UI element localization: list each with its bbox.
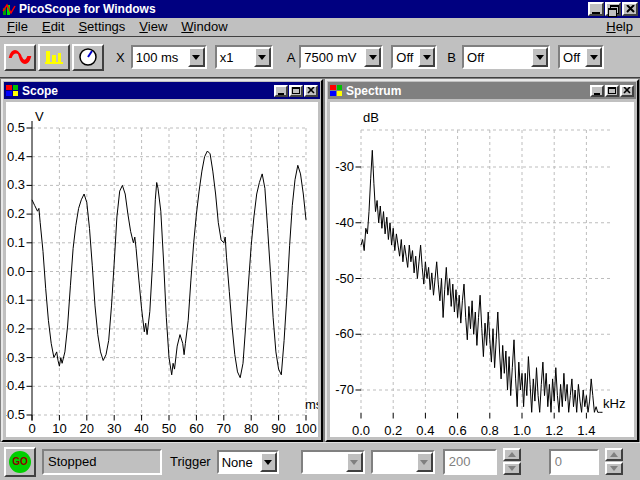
minimize-button[interactable] [588,2,604,16]
spectrum-axes [356,167,587,419]
dropdown-arrow-icon [416,452,433,472]
svg-text:0.0: 0.0 [7,264,25,279]
scope-axes [27,121,307,421]
arrow-down-icon [508,466,516,475]
status-field: Stopped [42,449,162,475]
dropdown-arrow-icon[interactable] [260,452,277,472]
spectrum-view-button[interactable] [38,44,70,71]
sine-wave-icon [8,49,32,65]
minimize-icon [278,93,284,95]
trigger-channel-value [303,452,346,472]
scope-plot-area: 0.50.40.30.20.10.0-0.1-0.2-0.3-0.4-0.501… [6,102,318,437]
dropdown-arrow-icon[interactable] [188,47,205,67]
close-button[interactable] [620,85,634,97]
menu-item-file[interactable]: File [0,18,35,36]
svg-text:30: 30 [107,421,121,436]
svg-text:1.2: 1.2 [545,423,563,437]
menu-bar: FileEditSettingsViewWindowHelp [0,18,640,37]
svg-text:dB: dB [363,110,379,125]
svg-text:100: 100 [295,421,317,436]
spectrum-trace [361,150,603,412]
scope-trace [32,151,306,378]
spectrum-window-icon [330,84,343,97]
svg-text:V: V [35,109,44,124]
dropdown-arrow-icon[interactable] [364,47,381,67]
minimize-button[interactable] [590,85,604,97]
threshold-value: 200 [443,449,497,475]
restore-icon [608,5,618,14]
arrow-down-icon [610,466,618,475]
menu-item-view[interactable]: View [132,18,174,36]
close-button[interactable] [622,2,638,16]
menu-item-window[interactable]: Window [174,18,234,36]
timebase-value: 100 ms [133,47,188,67]
svg-text:ms: ms [305,397,318,412]
spectrum-titlebar[interactable]: Spectrum [328,82,636,99]
svg-text:1.4: 1.4 [577,423,595,437]
go-button[interactable]: GO [4,447,36,477]
channel-b-label: B [447,50,456,65]
scope-view-button[interactable] [4,44,36,71]
dropdown-arrow-icon[interactable] [254,47,271,67]
multiplier-value: x1 [217,47,254,67]
scope-window-icon [6,84,19,97]
spectrum-grid [361,130,611,413]
spin-up-button [605,448,623,461]
trigger-label: Trigger [170,454,211,469]
spin-down-button [503,462,521,475]
dropdown-arrow-icon[interactable] [585,47,602,67]
channel-b-function-combo[interactable]: Off [558,45,604,69]
scope-window-title: Scope [22,84,271,98]
channel-a-function-combo[interactable]: Off [391,45,437,69]
channel-a-range-combo[interactable]: 7500 mV [299,45,383,69]
dropdown-arrow-icon[interactable] [418,47,435,67]
svg-text:kHz: kHz [603,396,625,411]
status-bar: GO Stopped Trigger None 200 0 [0,442,640,480]
maximize-button[interactable] [605,85,619,97]
channel-a-range-value: 7500 mV [301,47,364,67]
scope-titlebar[interactable]: Scope [4,82,320,99]
minimize-icon [592,12,600,14]
channel-b-range-combo[interactable]: Off [462,45,550,69]
restore-button[interactable] [605,2,621,16]
app-icon [2,2,16,16]
multiplier-combo[interactable]: x1 [215,45,273,69]
dropdown-arrow-icon [346,452,363,472]
arrow-up-icon [610,448,618,457]
menu-item-settings[interactable]: Settings [71,18,132,36]
toolbar: X 100 ms x1 A 7500 mV Off B Off Off [0,37,640,77]
svg-text:-0.4: -0.4 [6,378,25,393]
close-icon [626,5,635,13]
x-axis-label: X [116,50,125,65]
svg-text:0.4: 0.4 [416,423,434,437]
minimize-button[interactable] [274,85,288,97]
spin-down-button [605,462,623,475]
delay-value: 0 [549,449,599,475]
maximize-button[interactable] [289,85,303,97]
svg-text:0.6: 0.6 [449,423,467,437]
svg-text:40: 40 [134,421,148,436]
spin-up-button [503,448,521,461]
minimize-icon [594,93,600,95]
trigger-mode-combo[interactable]: None [217,450,279,474]
channel-a-label: A [287,50,296,65]
scope-window: Scope 0.50.40.30.20.10.0-0.1-0.2-0.3-0.4… [1,79,323,442]
timebase-combo[interactable]: 100 ms [131,45,207,69]
dropdown-arrow-icon[interactable] [531,47,548,67]
svg-text:0.0: 0.0 [352,423,370,437]
menu-item-edit[interactable]: Edit [35,18,71,36]
main-titlebar: PicoScope for Windows [0,0,640,18]
threshold-spinner: 200 [443,448,521,475]
menu-item-help[interactable]: Help [599,18,640,36]
meter-view-button[interactable] [72,44,104,71]
svg-text:-60: -60 [335,326,354,341]
channel-b-function-value: Off [560,47,585,67]
svg-text:60: 60 [189,421,203,436]
trigger-mode-value: None [219,452,260,472]
trigger-edge-value [373,452,416,472]
close-button[interactable] [304,85,318,97]
spectrum-bars-icon [43,49,65,65]
svg-text:-0.5: -0.5 [6,407,25,422]
meter-dial-icon [78,47,98,67]
trigger-channel-combo [301,450,365,474]
